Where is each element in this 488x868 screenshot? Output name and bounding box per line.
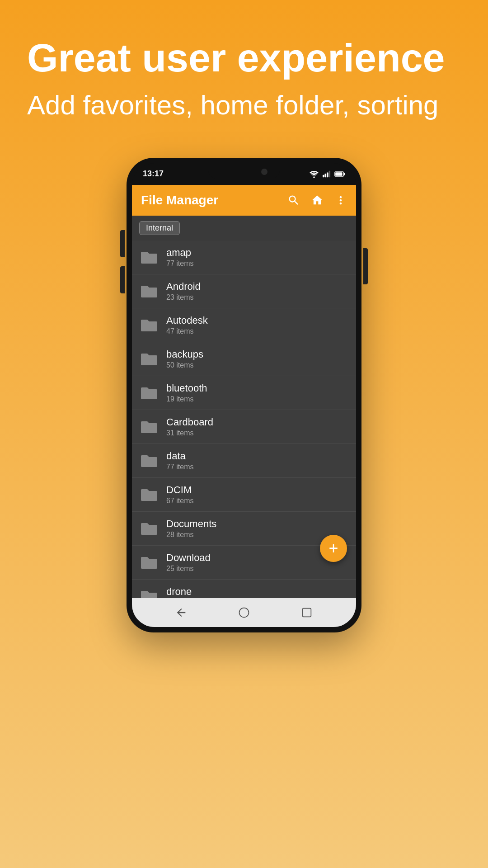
folder-name: amap — [166, 247, 193, 259]
folder-info: Cardboard 31 items — [166, 416, 213, 437]
folder-info: Android 23 items — [166, 281, 201, 302]
svg-rect-6 — [344, 173, 345, 175]
svg-point-8 — [239, 608, 249, 617]
status-bar: 13:17 — [132, 163, 356, 185]
folder-icon — [139, 520, 159, 537]
folder-item[interactable]: Android 23 items — [132, 274, 356, 308]
folder-info: data 77 items — [166, 450, 193, 471]
power-button — [363, 248, 368, 284]
folder-name: Android — [166, 281, 201, 292]
folder-count: 28 items — [166, 531, 216, 539]
folder-item[interactable]: data 77 items — [132, 444, 356, 478]
folder-count: 77 items — [166, 463, 193, 471]
more-options-icon[interactable] — [334, 194, 347, 207]
folder-info: DCIM 67 items — [166, 484, 193, 505]
status-time: 13:17 — [143, 169, 164, 179]
folder-icon — [139, 419, 159, 435]
folder-info: drone 56 items — [166, 586, 193, 598]
home-button[interactable] — [238, 606, 250, 619]
folder-count: 25 items — [166, 565, 211, 573]
folder-icon — [139, 385, 159, 401]
notch — [208, 163, 280, 179]
search-icon[interactable] — [287, 194, 300, 207]
breadcrumb[interactable]: Internal — [139, 221, 180, 235]
folder-item[interactable]: bluetooth 19 items — [132, 376, 356, 410]
folder-name: DCIM — [166, 484, 193, 496]
folder-name: Autodesk — [166, 315, 208, 326]
svg-rect-3 — [327, 172, 328, 177]
folder-icon — [139, 588, 159, 598]
recents-button[interactable] — [300, 606, 313, 619]
folder-name: Download — [166, 552, 211, 564]
folder-info: bluetooth 19 items — [166, 382, 207, 403]
wifi-icon — [309, 170, 319, 178]
phone-screen: 13:17 — [132, 163, 356, 627]
svg-rect-4 — [329, 171, 331, 177]
volume-down-button — [120, 266, 125, 293]
app-bar: File Manager — [132, 185, 356, 216]
folder-count: 50 items — [166, 361, 203, 369]
hero-subtitle: Add favorites, home folder, sorting — [27, 89, 461, 122]
add-icon: + — [328, 540, 338, 557]
volume-up-button — [120, 230, 125, 257]
hero-title: Great user experience — [27, 36, 461, 80]
svg-rect-9 — [302, 608, 311, 617]
folder-item[interactable]: DCIM 67 items — [132, 478, 356, 512]
folder-info: Autodesk 47 items — [166, 315, 208, 335]
folder-item[interactable]: Autodesk 47 items — [132, 308, 356, 342]
folder-icon — [139, 249, 159, 265]
folder-item[interactable]: backups 50 items — [132, 342, 356, 376]
folder-icon — [139, 554, 159, 571]
svg-rect-7 — [335, 172, 342, 176]
folder-name: Cardboard — [166, 416, 213, 428]
breadcrumb-area: Internal — [132, 216, 356, 241]
hero-section: Great user experience Add favorites, hom… — [0, 0, 488, 140]
folder-icon — [139, 453, 159, 469]
folder-count: 47 items — [166, 327, 208, 335]
folder-info: Documents 28 items — [166, 518, 216, 539]
fab-add-button[interactable]: + — [320, 535, 347, 562]
status-icons — [309, 170, 345, 178]
file-list-container: Internal amap 77 items Android 23 — [132, 216, 356, 598]
folder-item[interactable]: Cardboard 31 items — [132, 410, 356, 444]
folder-info: Download 25 items — [166, 552, 211, 573]
folder-name: data — [166, 450, 193, 462]
phone-frame: 13:17 — [127, 158, 361, 632]
folder-name: backups — [166, 349, 203, 360]
front-camera — [261, 169, 267, 175]
battery-icon — [334, 171, 345, 177]
folder-icon — [139, 486, 159, 503]
folder-item[interactable]: drone 56 items — [132, 580, 356, 598]
app-bar-title: File Manager — [141, 193, 218, 208]
signal-icon — [323, 170, 331, 178]
folder-name: bluetooth — [166, 382, 207, 394]
folder-count: 67 items — [166, 497, 193, 505]
folder-icon — [139, 283, 159, 299]
folder-info: amap 77 items — [166, 247, 193, 268]
folder-count: 77 items — [166, 259, 193, 268]
home-icon[interactable] — [311, 194, 324, 207]
folder-icon — [139, 351, 159, 367]
folder-count: 19 items — [166, 395, 207, 403]
back-button[interactable] — [175, 606, 188, 619]
nav-bar — [132, 598, 356, 627]
folder-item[interactable]: amap 77 items — [132, 241, 356, 274]
folder-info: backups 50 items — [166, 349, 203, 369]
folder-icon — [139, 317, 159, 333]
svg-rect-2 — [325, 174, 327, 177]
svg-point-0 — [313, 176, 315, 178]
svg-rect-1 — [323, 175, 324, 177]
folder-name: Documents — [166, 518, 216, 530]
folder-count: 23 items — [166, 293, 201, 302]
folder-name: drone — [166, 586, 193, 598]
app-bar-actions — [287, 194, 347, 207]
folder-count: 31 items — [166, 429, 213, 437]
